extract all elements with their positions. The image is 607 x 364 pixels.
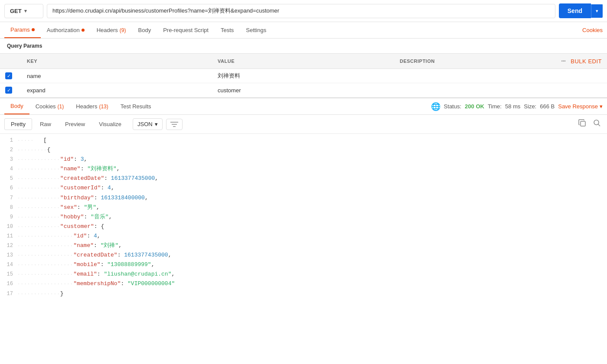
row2-value-input[interactable]: [218, 87, 389, 94]
response-meta: 🌐 Status: 200 OK Time: 58 ms Size: 666 B…: [431, 102, 603, 111]
json-line: 8·············"sex": "男",: [0, 203, 607, 212]
json-line: 14·················"mobile": "1308888999…: [0, 260, 607, 270]
tab-headers[interactable]: Headers (9): [91, 23, 132, 38]
tab-body[interactable]: Body: [132, 23, 157, 38]
line-dots: ·················: [17, 241, 73, 250]
more-options-icon[interactable]: ···: [561, 57, 565, 65]
line-dots: ·················: [17, 260, 73, 269]
json-line: 6·············"customerId": 4,: [0, 183, 607, 193]
line-dots: ·········: [17, 145, 47, 154]
svg-point-4: [594, 120, 599, 125]
url-bar: GET ▾ Send ▾: [0, 0, 607, 22]
json-line: 4·············"name": "刘禅资料",: [0, 164, 607, 174]
line-dots: ·············: [17, 203, 60, 212]
line-dots: ·············: [17, 183, 60, 192]
tab-params[interactable]: Params: [4, 22, 41, 38]
response-tab-headers-label: Headers: [76, 103, 97, 110]
line-number: 8: [0, 203, 17, 212]
bulk-edit-button[interactable]: Bulk Edit: [571, 58, 602, 65]
query-params-section: Query Params: [0, 39, 607, 53]
line-number: 3: [0, 155, 17, 164]
status-code: 200 OK: [465, 103, 484, 110]
line-number: 10: [0, 222, 17, 231]
json-format-select[interactable]: JSON ▾: [133, 118, 163, 130]
copy-icon[interactable]: [577, 117, 588, 131]
method-chevron-icon: ▾: [24, 8, 27, 14]
cookies-count-badge: (1): [58, 104, 64, 110]
svg-rect-3: [581, 121, 585, 126]
line-number: 14: [0, 260, 17, 269]
row1-checkbox[interactable]: ✓: [5, 72, 12, 79]
request-tabs: Params Authorization Headers (9) Body Pr…: [0, 22, 607, 39]
params-table: KEY VALUE DESCRIPTION ··· Bulk Edit ✓: [0, 53, 607, 98]
size-value: 666 B: [540, 103, 555, 110]
tab-settings-label: Settings: [246, 27, 266, 33]
row1-value-input[interactable]: [218, 73, 389, 79]
json-line: 9·············"hobby": "音乐",: [0, 212, 607, 222]
status-label: Status:: [444, 103, 461, 110]
th-description: DESCRIPTION ··· Bulk Edit: [395, 54, 607, 69]
row2-check-cell: ✓: [0, 83, 22, 98]
line-number: 11: [0, 231, 17, 240]
line-content: "email": "liushan@crudapi.cn",: [73, 270, 607, 279]
tab-settings[interactable]: Settings: [240, 23, 272, 38]
line-number: 12: [0, 241, 17, 250]
params-dot: [32, 28, 35, 31]
method-label: GET: [10, 8, 22, 14]
row2-description: [395, 83, 607, 98]
json-line: 11·················"id": 4,: [0, 231, 607, 241]
cookies-link[interactable]: Cookies: [582, 23, 603, 38]
line-dots: ·············: [17, 174, 60, 183]
th-description-label: DESCRIPTION: [400, 58, 435, 64]
line-content: "birthday": 1613318400000,: [60, 193, 607, 203]
response-tabs: Body Cookies (1) Headers (13) Test Resul…: [0, 98, 607, 115]
tab-body-label: Body: [138, 27, 151, 33]
tab-authorization[interactable]: Authorization: [41, 23, 91, 38]
method-select[interactable]: GET ▾: [4, 4, 43, 18]
tab-tests-label: Tests: [221, 27, 234, 33]
filter-icon[interactable]: [166, 119, 183, 130]
line-content: "membershipNo": "VIP000000004": [73, 279, 607, 289]
json-line: 12·················"name": "刘禅",: [0, 241, 607, 250]
send-dropdown-button[interactable]: ▾: [591, 4, 603, 18]
save-response-label: Save Response: [558, 103, 598, 110]
line-dots: ·············: [17, 289, 60, 298]
response-tab-cookies[interactable]: Cookies (1): [29, 99, 70, 114]
row1-key: [22, 69, 212, 83]
line-content: "hobby": "音乐",: [60, 212, 607, 222]
format-raw-button[interactable]: Raw: [34, 119, 57, 130]
url-input[interactable]: [47, 4, 555, 18]
json-line: 5·············"createdDate": 16133774350…: [0, 174, 607, 183]
query-params-label: Query Params: [7, 43, 42, 49]
row2-key-input[interactable]: [27, 87, 207, 94]
format-pretty-button[interactable]: Pretty: [4, 118, 32, 130]
response-section: Body Cookies (1) Headers (13) Test Resul…: [0, 98, 607, 320]
th-value: VALUE: [212, 54, 395, 69]
tab-headers-label: Headers: [97, 27, 118, 33]
line-number: 16: [0, 279, 17, 288]
format-preview-button[interactable]: Preview: [59, 119, 91, 130]
row1-description: [395, 69, 607, 83]
line-content: [: [43, 136, 607, 145]
line-content: "mobile": "13088889999",: [73, 260, 607, 270]
tab-pre-request[interactable]: Pre-request Script: [157, 23, 215, 38]
th-check: [0, 54, 22, 69]
th-key: KEY: [22, 54, 212, 69]
globe-icon[interactable]: 🌐: [431, 102, 441, 111]
json-content-area[interactable]: 1·····[2·········{3·············"id": 3,…: [0, 134, 607, 320]
format-visualize-button[interactable]: Visualize: [93, 119, 127, 130]
line-number: 5: [0, 174, 17, 183]
row2-checkbox[interactable]: ✓: [5, 87, 12, 94]
row1-key-input[interactable]: [27, 73, 207, 79]
json-line: 3·············"id": 3,: [0, 155, 607, 164]
response-tab-test-results[interactable]: Test Results: [114, 99, 157, 114]
line-number: 1: [0, 136, 17, 145]
response-tab-body[interactable]: Body: [4, 98, 29, 114]
line-dots: ·············: [17, 155, 60, 164]
search-icon[interactable]: [591, 117, 603, 131]
tab-tests[interactable]: Tests: [215, 23, 240, 38]
line-content: "customerId": 4,: [60, 183, 607, 193]
response-tab-headers[interactable]: Headers (13): [70, 99, 114, 114]
send-button[interactable]: Send: [559, 3, 591, 18]
save-response-button[interactable]: Save Response ▾: [558, 103, 603, 110]
